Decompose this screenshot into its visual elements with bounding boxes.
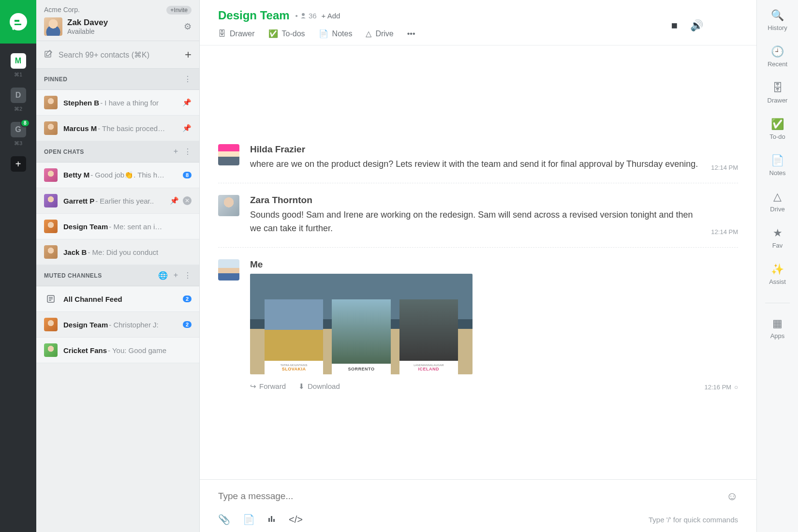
slash-hint: Type '/' for quick commands bbox=[649, 516, 738, 524]
add-member-button[interactable]: + Add bbox=[322, 12, 340, 20]
invite-button[interactable]: +Invite bbox=[166, 6, 192, 15]
message-author[interactable]: Me bbox=[250, 259, 695, 270]
tool-notes[interactable]: 📄Notes bbox=[319, 29, 353, 38]
workspace-g-shortcut: ⌘3 bbox=[14, 140, 22, 147]
pinned-row-stephen[interactable]: Stephen B - I have a thing for 📌 bbox=[36, 90, 199, 116]
open-row-garrett[interactable]: Garrett P - Earlier this year.. 📌✕ bbox=[36, 188, 199, 214]
workspace-g[interactable]: G8 bbox=[11, 122, 26, 137]
message-time: 12:14 PM bbox=[701, 228, 738, 236]
check-icon: ✅ bbox=[772, 118, 783, 130]
user-name: Zak Davey bbox=[67, 18, 184, 28]
workspace-g-badge: 8 bbox=[20, 119, 30, 127]
muted-row-cricket[interactable]: Cricket Fans - You: Good game bbox=[36, 338, 199, 363]
member-count[interactable]: • 36 bbox=[296, 12, 317, 20]
search-placeholder: Search 99+ contacts (⌘K) bbox=[59, 50, 185, 59]
video-call-icon[interactable]: ■ bbox=[671, 19, 678, 32]
audio-icon[interactable]: 🔊 bbox=[690, 19, 703, 32]
tool-more[interactable]: ••• bbox=[407, 30, 415, 38]
avatar bbox=[44, 318, 58, 331]
user-avatar bbox=[44, 17, 62, 36]
recent-icon: 🕘 bbox=[771, 46, 783, 58]
message-author[interactable]: Zara Thornton bbox=[250, 195, 701, 206]
apps-icon: ▦ bbox=[771, 318, 783, 329]
open-row-betty[interactable]: Betty M - Good job👏. This h… 8 bbox=[36, 163, 199, 188]
pin-icon[interactable]: 📌 bbox=[170, 196, 179, 205]
attachment-image[interactable]: TATRA MOUNTAINSSLOVAKIA SORRENTO LANDMAN… bbox=[250, 274, 695, 374]
app-logo[interactable] bbox=[0, 0, 36, 44]
close-icon[interactable]: ✕ bbox=[183, 196, 192, 205]
code-icon[interactable]: </> bbox=[289, 514, 303, 525]
message-hilda: Hilda Frazier where are we on the produc… bbox=[218, 133, 738, 183]
search-icon: 🔍 bbox=[771, 10, 783, 21]
tool-todos[interactable]: ✅To-dos bbox=[268, 29, 305, 38]
message-time: 12:16 PM○ bbox=[695, 384, 738, 391]
add-chat-button[interactable]: + bbox=[185, 48, 192, 61]
add-workspace-button[interactable]: + bbox=[11, 156, 26, 172]
message-zara: Zara Thornton Sounds good! Sam and Irene… bbox=[218, 183, 738, 248]
current-user[interactable]: Zak Davey Available ⚙ bbox=[44, 17, 192, 36]
drawer-icon: 🗄 bbox=[218, 30, 226, 38]
open-more-icon[interactable]: ⋮ bbox=[184, 147, 192, 156]
avatar bbox=[44, 220, 58, 233]
forward-icon: ↪ bbox=[250, 382, 256, 391]
rrail-notes[interactable]: 📄Notes bbox=[769, 155, 786, 177]
svg-rect-9 bbox=[273, 519, 275, 522]
muted-more-icon[interactable]: ⋮ bbox=[184, 271, 192, 280]
tool-drawer[interactable]: 🗄Drawer bbox=[218, 30, 255, 38]
poll-icon[interactable] bbox=[267, 514, 276, 525]
download-button[interactable]: ⬇Download bbox=[298, 382, 340, 391]
avatar bbox=[218, 259, 239, 281]
pin-icon[interactable]: 📌 bbox=[182, 124, 192, 133]
muted-row-all-feed[interactable]: All Channel Feed 2 bbox=[36, 286, 199, 312]
workspace-d[interactable]: D bbox=[11, 88, 26, 103]
user-status: Available bbox=[67, 28, 184, 35]
star-icon: ★ bbox=[772, 227, 783, 239]
attach-icon[interactable]: 📎 bbox=[218, 514, 230, 525]
svg-rect-7 bbox=[268, 518, 270, 522]
message-input[interactable] bbox=[218, 491, 726, 502]
tool-drive[interactable]: △Drive bbox=[366, 29, 393, 38]
unread-badge: 8 bbox=[183, 172, 192, 178]
muted-header: MUTED CHANNELS 🌐+⋮ bbox=[36, 265, 199, 286]
gear-icon[interactable]: ⚙ bbox=[184, 21, 192, 32]
avatar bbox=[44, 245, 58, 259]
rrail-drive[interactable]: △Drive bbox=[770, 191, 784, 213]
channel-title[interactable]: Design Team bbox=[218, 9, 290, 22]
emoji-icon[interactable]: ☺ bbox=[726, 489, 738, 503]
forward-button[interactable]: ↪Forward bbox=[250, 382, 286, 391]
pinned-more-icon[interactable]: ⋮ bbox=[184, 74, 192, 84]
pin-icon[interactable]: 📌 bbox=[182, 98, 192, 107]
rrail-fav[interactable]: ★Fav bbox=[772, 227, 783, 249]
unread-badge: 2 bbox=[183, 296, 192, 302]
rrail-apps[interactable]: ▦Apps bbox=[770, 318, 785, 340]
drive-icon: △ bbox=[366, 29, 371, 38]
avatar bbox=[218, 195, 239, 216]
open-row-design-team[interactable]: Design Team - Me: sent an i… bbox=[36, 214, 199, 239]
search-bar[interactable]: Search 99+ contacts (⌘K) + bbox=[36, 41, 199, 69]
feed-icon bbox=[44, 292, 58, 306]
rrail-todo[interactable]: ✅To-do bbox=[769, 118, 785, 140]
add-muted-icon[interactable]: + bbox=[174, 271, 178, 280]
open-row-jack[interactable]: Jack B- Me: Did you conduct bbox=[36, 239, 199, 265]
pinned-row-marcus[interactable]: Marcus M - The basic proced… 📌 bbox=[36, 116, 199, 141]
app-rail: M ⌘1 D ⌘2 G8 ⌘3 + bbox=[0, 0, 36, 532]
avatar bbox=[44, 343, 58, 357]
workspace-m-shortcut: ⌘1 bbox=[14, 72, 22, 78]
rrail-drawer[interactable]: 🗄Drawer bbox=[768, 82, 788, 104]
add-open-chat-icon[interactable]: + bbox=[174, 147, 178, 156]
composer: ☺ 📎 📄 </> Type '/' for quick commands bbox=[200, 479, 756, 532]
rrail-recent[interactable]: 🕘Recent bbox=[768, 46, 787, 68]
workspace-d-shortcut: ⌘2 bbox=[14, 106, 22, 112]
main-pane: Design Team • 36 + Add 🗄Drawer ✅To-dos 📄… bbox=[200, 0, 756, 532]
muted-row-design-team[interactable]: Design Team - Christopher J: 2 bbox=[36, 312, 199, 338]
document-icon[interactable]: 📄 bbox=[243, 514, 255, 525]
globe-icon[interactable]: 🌐 bbox=[158, 271, 168, 280]
message-author[interactable]: Hilda Frazier bbox=[250, 144, 701, 155]
message-list: Hilda Frazier where are we on the produc… bbox=[200, 45, 756, 479]
person-icon bbox=[300, 12, 307, 19]
rrail-history[interactable]: 🔍History bbox=[768, 10, 787, 31]
avatar bbox=[218, 144, 239, 165]
open-chats-header: OPEN CHATS +⋮ bbox=[36, 141, 199, 163]
workspace-m[interactable]: M bbox=[11, 53, 26, 69]
rrail-assist[interactable]: ✨Assist bbox=[769, 264, 786, 285]
